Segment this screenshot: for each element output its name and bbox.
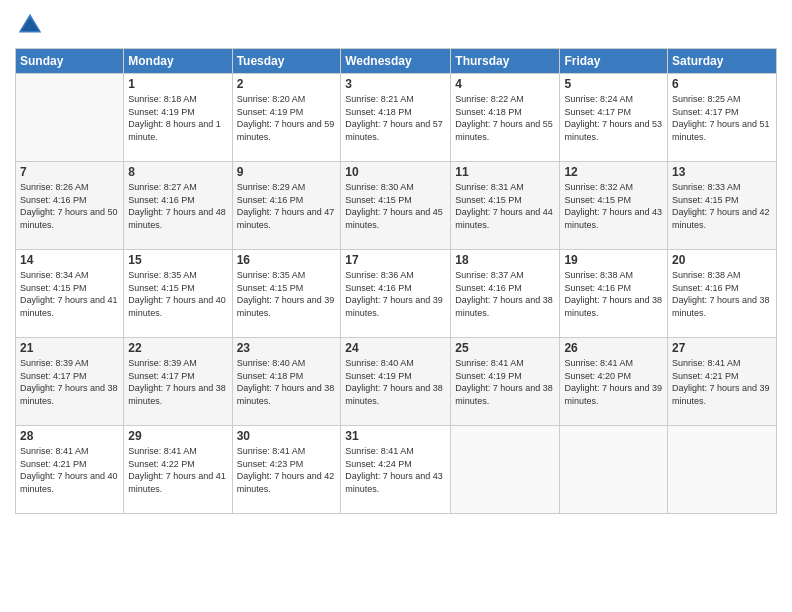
- calendar-cell: 6Sunrise: 8:25 AMSunset: 4:17 PMDaylight…: [668, 74, 777, 162]
- page: SundayMondayTuesdayWednesdayThursdayFrid…: [0, 0, 792, 612]
- day-info: Sunrise: 8:30 AMSunset: 4:15 PMDaylight:…: [345, 181, 446, 231]
- calendar-cell: 3Sunrise: 8:21 AMSunset: 4:18 PMDaylight…: [341, 74, 451, 162]
- logo-icon: [15, 10, 45, 40]
- day-number: 20: [672, 253, 772, 267]
- day-number: 27: [672, 341, 772, 355]
- day-number: 17: [345, 253, 446, 267]
- day-info: Sunrise: 8:36 AMSunset: 4:16 PMDaylight:…: [345, 269, 446, 319]
- calendar-cell: 24Sunrise: 8:40 AMSunset: 4:19 PMDayligh…: [341, 338, 451, 426]
- calendar-cell: 29Sunrise: 8:41 AMSunset: 4:22 PMDayligh…: [124, 426, 232, 514]
- day-number: 16: [237, 253, 337, 267]
- day-info: Sunrise: 8:41 AMSunset: 4:23 PMDaylight:…: [237, 445, 337, 495]
- day-info: Sunrise: 8:41 AMSunset: 4:24 PMDaylight:…: [345, 445, 446, 495]
- day-number: 14: [20, 253, 119, 267]
- day-number: 22: [128, 341, 227, 355]
- day-number: 31: [345, 429, 446, 443]
- logo: [15, 10, 49, 40]
- day-number: 15: [128, 253, 227, 267]
- day-info: Sunrise: 8:35 AMSunset: 4:15 PMDaylight:…: [237, 269, 337, 319]
- day-number: 13: [672, 165, 772, 179]
- calendar-cell: 22Sunrise: 8:39 AMSunset: 4:17 PMDayligh…: [124, 338, 232, 426]
- day-number: 29: [128, 429, 227, 443]
- day-info: Sunrise: 8:37 AMSunset: 4:16 PMDaylight:…: [455, 269, 555, 319]
- calendar-cell: 27Sunrise: 8:41 AMSunset: 4:21 PMDayligh…: [668, 338, 777, 426]
- weekday-header-saturday: Saturday: [668, 49, 777, 74]
- day-number: 8: [128, 165, 227, 179]
- day-info: Sunrise: 8:27 AMSunset: 4:16 PMDaylight:…: [128, 181, 227, 231]
- weekday-header-tuesday: Tuesday: [232, 49, 341, 74]
- day-info: Sunrise: 8:41 AMSunset: 4:21 PMDaylight:…: [20, 445, 119, 495]
- calendar-cell: 21Sunrise: 8:39 AMSunset: 4:17 PMDayligh…: [16, 338, 124, 426]
- day-info: Sunrise: 8:22 AMSunset: 4:18 PMDaylight:…: [455, 93, 555, 143]
- day-info: Sunrise: 8:31 AMSunset: 4:15 PMDaylight:…: [455, 181, 555, 231]
- calendar-cell: 31Sunrise: 8:41 AMSunset: 4:24 PMDayligh…: [341, 426, 451, 514]
- day-info: Sunrise: 8:33 AMSunset: 4:15 PMDaylight:…: [672, 181, 772, 231]
- day-number: 12: [564, 165, 663, 179]
- day-number: 1: [128, 77, 227, 91]
- day-number: 11: [455, 165, 555, 179]
- calendar-week-row: 1Sunrise: 8:18 AMSunset: 4:19 PMDaylight…: [16, 74, 777, 162]
- day-number: 30: [237, 429, 337, 443]
- calendar-cell: [668, 426, 777, 514]
- day-number: 6: [672, 77, 772, 91]
- calendar-cell: [560, 426, 668, 514]
- day-info: Sunrise: 8:39 AMSunset: 4:17 PMDaylight:…: [128, 357, 227, 407]
- calendar-cell: 14Sunrise: 8:34 AMSunset: 4:15 PMDayligh…: [16, 250, 124, 338]
- day-info: Sunrise: 8:38 AMSunset: 4:16 PMDaylight:…: [564, 269, 663, 319]
- day-number: 28: [20, 429, 119, 443]
- calendar-cell: 1Sunrise: 8:18 AMSunset: 4:19 PMDaylight…: [124, 74, 232, 162]
- day-number: 5: [564, 77, 663, 91]
- day-number: 24: [345, 341, 446, 355]
- day-info: Sunrise: 8:35 AMSunset: 4:15 PMDaylight:…: [128, 269, 227, 319]
- calendar-cell: 25Sunrise: 8:41 AMSunset: 4:19 PMDayligh…: [451, 338, 560, 426]
- day-info: Sunrise: 8:25 AMSunset: 4:17 PMDaylight:…: [672, 93, 772, 143]
- calendar-cell: 15Sunrise: 8:35 AMSunset: 4:15 PMDayligh…: [124, 250, 232, 338]
- day-number: 9: [237, 165, 337, 179]
- day-info: Sunrise: 8:38 AMSunset: 4:16 PMDaylight:…: [672, 269, 772, 319]
- calendar-week-row: 21Sunrise: 8:39 AMSunset: 4:17 PMDayligh…: [16, 338, 777, 426]
- calendar-cell: 18Sunrise: 8:37 AMSunset: 4:16 PMDayligh…: [451, 250, 560, 338]
- calendar-week-row: 14Sunrise: 8:34 AMSunset: 4:15 PMDayligh…: [16, 250, 777, 338]
- calendar-cell: 26Sunrise: 8:41 AMSunset: 4:20 PMDayligh…: [560, 338, 668, 426]
- weekday-header-sunday: Sunday: [16, 49, 124, 74]
- day-info: Sunrise: 8:26 AMSunset: 4:16 PMDaylight:…: [20, 181, 119, 231]
- calendar-cell: 7Sunrise: 8:26 AMSunset: 4:16 PMDaylight…: [16, 162, 124, 250]
- weekday-header-wednesday: Wednesday: [341, 49, 451, 74]
- day-number: 2: [237, 77, 337, 91]
- day-number: 25: [455, 341, 555, 355]
- calendar-cell: 2Sunrise: 8:20 AMSunset: 4:19 PMDaylight…: [232, 74, 341, 162]
- calendar-cell: 8Sunrise: 8:27 AMSunset: 4:16 PMDaylight…: [124, 162, 232, 250]
- header: [15, 10, 777, 40]
- day-info: Sunrise: 8:29 AMSunset: 4:16 PMDaylight:…: [237, 181, 337, 231]
- day-info: Sunrise: 8:41 AMSunset: 4:21 PMDaylight:…: [672, 357, 772, 407]
- weekday-header-row: SundayMondayTuesdayWednesdayThursdayFrid…: [16, 49, 777, 74]
- day-info: Sunrise: 8:18 AMSunset: 4:19 PMDaylight:…: [128, 93, 227, 143]
- day-number: 26: [564, 341, 663, 355]
- calendar-table: SundayMondayTuesdayWednesdayThursdayFrid…: [15, 48, 777, 514]
- calendar-week-row: 7Sunrise: 8:26 AMSunset: 4:16 PMDaylight…: [16, 162, 777, 250]
- day-info: Sunrise: 8:21 AMSunset: 4:18 PMDaylight:…: [345, 93, 446, 143]
- calendar-cell: 19Sunrise: 8:38 AMSunset: 4:16 PMDayligh…: [560, 250, 668, 338]
- day-number: 10: [345, 165, 446, 179]
- day-info: Sunrise: 8:32 AMSunset: 4:15 PMDaylight:…: [564, 181, 663, 231]
- calendar-cell: 16Sunrise: 8:35 AMSunset: 4:15 PMDayligh…: [232, 250, 341, 338]
- weekday-header-friday: Friday: [560, 49, 668, 74]
- day-info: Sunrise: 8:20 AMSunset: 4:19 PMDaylight:…: [237, 93, 337, 143]
- calendar-cell: 28Sunrise: 8:41 AMSunset: 4:21 PMDayligh…: [16, 426, 124, 514]
- calendar-cell: 12Sunrise: 8:32 AMSunset: 4:15 PMDayligh…: [560, 162, 668, 250]
- weekday-header-monday: Monday: [124, 49, 232, 74]
- day-info: Sunrise: 8:41 AMSunset: 4:20 PMDaylight:…: [564, 357, 663, 407]
- calendar-cell: [451, 426, 560, 514]
- day-info: Sunrise: 8:40 AMSunset: 4:18 PMDaylight:…: [237, 357, 337, 407]
- calendar-cell: 23Sunrise: 8:40 AMSunset: 4:18 PMDayligh…: [232, 338, 341, 426]
- day-info: Sunrise: 8:40 AMSunset: 4:19 PMDaylight:…: [345, 357, 446, 407]
- day-info: Sunrise: 8:34 AMSunset: 4:15 PMDaylight:…: [20, 269, 119, 319]
- day-number: 3: [345, 77, 446, 91]
- day-info: Sunrise: 8:39 AMSunset: 4:17 PMDaylight:…: [20, 357, 119, 407]
- calendar-week-row: 28Sunrise: 8:41 AMSunset: 4:21 PMDayligh…: [16, 426, 777, 514]
- calendar-cell: 20Sunrise: 8:38 AMSunset: 4:16 PMDayligh…: [668, 250, 777, 338]
- calendar-cell: 9Sunrise: 8:29 AMSunset: 4:16 PMDaylight…: [232, 162, 341, 250]
- calendar-cell: 5Sunrise: 8:24 AMSunset: 4:17 PMDaylight…: [560, 74, 668, 162]
- day-info: Sunrise: 8:41 AMSunset: 4:22 PMDaylight:…: [128, 445, 227, 495]
- day-number: 7: [20, 165, 119, 179]
